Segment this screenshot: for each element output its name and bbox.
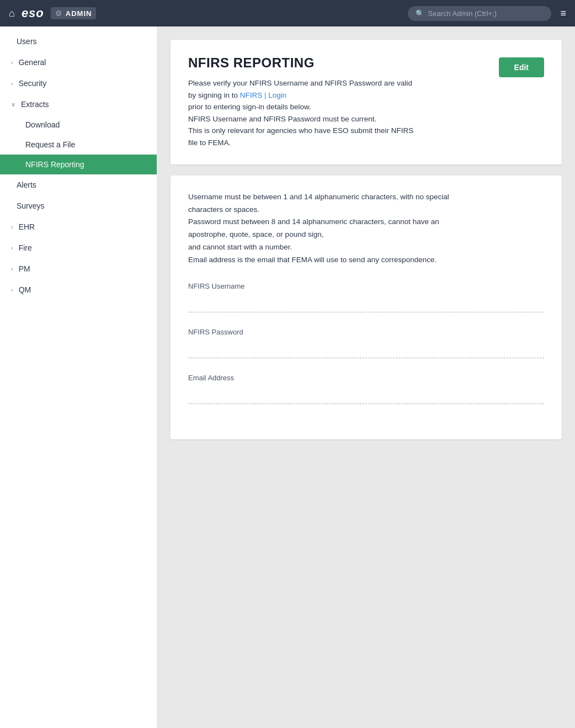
desc-line2: by signing in to xyxy=(188,91,240,99)
sidebar-item-nfirs-reporting[interactable]: NFIRS Reporting xyxy=(0,155,157,174)
top-navigation: ⌂ eso ⚙ ADMIN 🔍 Search Admin (Ctrl+;) ≡ xyxy=(0,0,575,26)
nfirs-form-card: Username must be between 1 and 14 alphan… xyxy=(171,176,562,440)
search-icon: 🔍 xyxy=(416,9,424,18)
sidebar-item-qm[interactable]: › QM xyxy=(0,279,157,300)
sidebar-item-alerts[interactable]: Alerts xyxy=(0,174,157,195)
sidebar-item-request-file[interactable]: Request a File xyxy=(0,135,157,155)
search-bar[interactable]: 🔍 Search Admin (Ctrl+;) xyxy=(408,6,551,21)
sidebar-item-general[interactable]: › General xyxy=(0,52,157,73)
nfirs-username-field: NFIRS Username xyxy=(188,282,544,312)
nfirs-description: Please verify your NFIRS Username and NF… xyxy=(188,77,413,149)
sidebar-item-label: Security xyxy=(19,79,47,88)
sidebar-item-label: NFIRS Reporting xyxy=(25,160,84,169)
desc-line1: Please verify your NFIRS Username and NF… xyxy=(188,79,412,87)
nfirs-login-link[interactable]: NFIRS | Login xyxy=(240,91,287,99)
chevron-right-icon: › xyxy=(11,286,13,293)
info-line4: apostrophe, quote, space, or pound sign, xyxy=(188,230,323,238)
sidebar-item-label: EHR xyxy=(19,222,35,231)
admin-label: ADMIN xyxy=(66,9,92,18)
chevron-down-icon: ∨ xyxy=(11,101,15,108)
sidebar-item-label: General xyxy=(19,58,46,67)
logo: eso xyxy=(22,6,44,20)
desc-line3: prior to entering sign-in details below. xyxy=(188,103,311,111)
email-address-input[interactable] xyxy=(188,386,544,404)
sidebar-item-label: Surveys xyxy=(17,201,45,210)
main-layout: Users › General › Security ∨ Extracts Do… xyxy=(0,26,575,728)
sidebar-item-fire[interactable]: › Fire xyxy=(0,237,157,258)
nfirs-password-input[interactable] xyxy=(188,341,544,358)
form-info-text: Username must be between 1 and 14 alphan… xyxy=(188,191,544,267)
home-icon[interactable]: ⌂ xyxy=(9,8,15,19)
admin-badge: ⚙ ADMIN xyxy=(51,7,97,19)
wrench-icon: ⚙ xyxy=(55,9,62,18)
sidebar-item-download[interactable]: Download xyxy=(0,115,157,135)
info-line1: Username must be between 1 and 14 alphan… xyxy=(188,193,449,201)
nfirs-password-field: NFIRS Password xyxy=(188,328,544,358)
edit-button[interactable]: Edit xyxy=(499,57,544,77)
desc-line6: file to FEMA. xyxy=(188,139,231,147)
sidebar-item-pm[interactable]: › PM xyxy=(0,258,157,279)
nfirs-username-label: NFIRS Username xyxy=(188,282,544,290)
sidebar: Users › General › Security ∨ Extracts Do… xyxy=(0,26,157,728)
chevron-right-icon: › xyxy=(11,59,13,66)
chevron-right-icon: › xyxy=(11,265,13,272)
info-line6: Email address is the email that FEMA wil… xyxy=(188,256,436,264)
sidebar-item-surveys[interactable]: Surveys xyxy=(0,195,157,216)
info-line2: characters or spaces. xyxy=(188,205,259,214)
sidebar-item-label: Fire xyxy=(19,243,32,252)
email-address-label: Email Address xyxy=(188,374,544,382)
page-title: NFIRS REPORTING xyxy=(188,55,413,71)
sidebar-item-label: PM xyxy=(19,264,30,273)
nfirs-password-label: NFIRS Password xyxy=(188,328,544,336)
hamburger-menu-icon[interactable]: ≡ xyxy=(560,8,566,19)
sidebar-item-ehr[interactable]: › EHR xyxy=(0,216,157,237)
email-address-field: Email Address xyxy=(188,374,544,404)
sidebar-item-label: Request a File xyxy=(25,140,75,149)
desc-line4: NFIRS Username and NFIRS Password must b… xyxy=(188,115,376,123)
info-line5: and cannot start with a number. xyxy=(188,243,292,251)
sidebar-item-label: Alerts xyxy=(17,180,36,189)
sidebar-item-label: Download xyxy=(25,120,60,129)
sidebar-item-users[interactable]: Users xyxy=(0,31,157,52)
nfirs-username-input[interactable] xyxy=(188,295,544,312)
content-area: NFIRS REPORTING Please verify your NFIRS… xyxy=(157,26,575,728)
sidebar-item-extracts[interactable]: ∨ Extracts xyxy=(0,94,157,115)
chevron-right-icon: › xyxy=(11,245,13,251)
sidebar-item-security[interactable]: › Security xyxy=(0,73,157,94)
sidebar-item-label: Extracts xyxy=(21,100,49,109)
chevron-right-icon: › xyxy=(11,80,13,87)
info-line3: Password must between 8 and 14 alphanume… xyxy=(188,217,439,226)
sidebar-item-label: QM xyxy=(19,285,31,294)
desc-line5: This is only relevant for agencies who h… xyxy=(188,126,413,135)
sidebar-item-label: Users xyxy=(17,37,37,46)
nfirs-header-text: NFIRS REPORTING Please verify your NFIRS… xyxy=(188,55,413,149)
search-placeholder: Search Admin (Ctrl+;) xyxy=(428,9,497,18)
chevron-right-icon: › xyxy=(11,224,13,230)
nfirs-header-card: NFIRS REPORTING Please verify your NFIRS… xyxy=(171,40,562,164)
